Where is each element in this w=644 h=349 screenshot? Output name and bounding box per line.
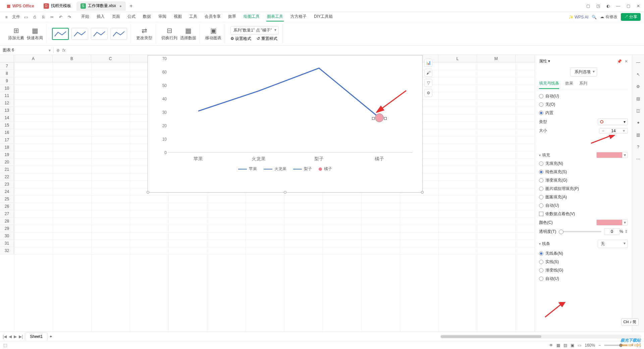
chart-settings-icon[interactable]: ⚙: [424, 89, 432, 97]
row-header[interactable]: 14: [0, 114, 14, 121]
search-icon[interactable]: 🔍: [592, 15, 597, 19]
library-icon[interactable]: ▥: [635, 132, 642, 138]
cloud-modify[interactable]: ☁ 有修改: [600, 14, 617, 20]
line-style-dropdown[interactable]: 无: [598, 240, 628, 248]
row-header[interactable]: 24: [0, 188, 14, 195]
window-float-icon[interactable]: ▢: [585, 3, 591, 9]
more-icon[interactable]: ⋯: [635, 156, 642, 162]
col-header[interactable]: L: [438, 55, 477, 62]
settings-rail-icon[interactable]: ⚙: [635, 83, 642, 90]
name-box[interactable]: 图表 6: [0, 47, 54, 53]
fill-color-dropdown[interactable]: ▾: [596, 219, 628, 226]
row-header[interactable]: 30: [0, 232, 14, 240]
tab-formula[interactable]: 公式: [127, 12, 136, 21]
reset-style-button[interactable]: ↺ 重置样式: [257, 36, 277, 42]
cut-icon[interactable]: ✂: [49, 15, 55, 19]
cancel-formula-icon[interactable]: ⊗: [56, 48, 60, 53]
radio-line-gradient[interactable]: 渐变线(G): [539, 267, 628, 273]
row-header[interactable]: 10: [0, 85, 14, 92]
row-header[interactable]: 20: [0, 158, 14, 166]
tab-drawing-tools[interactable]: 绘图工具: [243, 12, 260, 21]
fill-swatch-dropdown[interactable]: ▾: [596, 152, 628, 158]
radio-fill-pattern[interactable]: 图案填充(A): [539, 194, 628, 200]
sheet-nav-last[interactable]: ▶|: [19, 334, 23, 339]
collapse-rail-icon[interactable]: —: [635, 59, 642, 66]
row-header[interactable]: 31: [0, 240, 14, 247]
check-vary-by-point[interactable]: 依数据点着色(V): [539, 211, 628, 217]
close-icon[interactable]: ✕: [635, 3, 641, 9]
fill-section-title[interactable]: 填充 ▾: [539, 152, 628, 158]
chart-elements-icon[interactable]: 📊: [424, 59, 432, 67]
set-format-button[interactable]: ⚙ 设置格式: [230, 36, 251, 42]
view-pagebreak-icon[interactable]: ▤: [564, 343, 567, 348]
change-type-button[interactable]: ⇄更改类型: [136, 27, 152, 41]
opacity-stepper[interactable]: ⇕: [625, 229, 628, 234]
selected-data-point[interactable]: [375, 113, 384, 122]
view-normal-icon[interactable]: ▦: [556, 343, 560, 348]
sheet-nav-first[interactable]: |◀: [3, 334, 7, 339]
hamburger-icon[interactable]: ≡: [3, 15, 9, 19]
marker-size-input[interactable]: [607, 129, 620, 133]
add-element-button[interactable]: ⊞添加元素: [8, 27, 24, 41]
tab-series[interactable]: 系列: [579, 81, 587, 89]
add-sheet-button[interactable]: +: [50, 334, 52, 339]
tab-review[interactable]: 审阅: [158, 12, 167, 21]
row-header[interactable]: 18: [0, 144, 14, 151]
radio-marker-none[interactable]: 无(O): [539, 102, 628, 107]
view-layout-icon[interactable]: ▣: [571, 343, 574, 348]
print-preview-icon[interactable]: ⎘: [40, 15, 46, 19]
pin-icon[interactable]: 📌: [617, 59, 622, 64]
row-header[interactable]: 23: [0, 181, 14, 188]
radio-fill-gradient[interactable]: 渐变填充(G): [539, 178, 628, 183]
help-icon[interactable]: ?: [635, 144, 642, 150]
tab-page[interactable]: 页面: [111, 12, 121, 21]
save-icon[interactable]: ▭: [23, 15, 29, 19]
fx-icon[interactable]: fx: [62, 48, 65, 53]
row-header[interactable]: 19: [0, 151, 14, 158]
legend-item[interactable]: 火龙果: [264, 166, 286, 172]
series-options-dropdown[interactable]: 系列选项: [570, 67, 597, 77]
col-header[interactable]: C: [91, 55, 130, 62]
radio-fill-picture[interactable]: 图片或纹理填充(P): [539, 186, 628, 192]
chart-style-thumb-2[interactable]: [71, 28, 88, 40]
row-header[interactable]: 16: [0, 129, 14, 136]
radio-marker-auto[interactable]: 自动(U): [539, 93, 628, 99]
tab-insert[interactable]: 插入: [96, 12, 105, 21]
tab-vip[interactable]: 会员专享: [204, 12, 221, 21]
style-icon[interactable]: ◫: [635, 107, 642, 114]
row-header[interactable]: 21: [0, 166, 14, 173]
row-header[interactable]: 8: [0, 70, 14, 77]
row-header[interactable]: 27: [0, 210, 14, 217]
tab-effects[interactable]: 效果: [565, 81, 573, 89]
chart-style-thumb-3[interactable]: [91, 28, 108, 40]
marker-type-dropdown[interactable]: ▾: [598, 118, 628, 125]
radio-marker-builtin[interactable]: 内置: [539, 110, 628, 116]
radio-fill-auto[interactable]: 自动(U): [539, 203, 628, 208]
chart-object[interactable]: 📊 🖌 ▽ ⚙ 010203040506070苹果火龙果梨子橘子 苹果 火龙果 …: [148, 55, 423, 193]
row-header[interactable]: 17: [0, 136, 14, 144]
radio-line-none[interactable]: 无线条(N): [539, 251, 628, 256]
layers-icon[interactable]: ▤: [635, 95, 642, 102]
quick-layout-button[interactable]: ▦快速布局: [27, 27, 43, 41]
view-eye-icon[interactable]: 👁: [549, 343, 553, 348]
switch-rowcol-button[interactable]: ⊟切换行列: [161, 27, 177, 41]
tab-home[interactable]: 开始: [80, 12, 90, 21]
view-reading-icon[interactable]: ▭: [578, 343, 581, 348]
legend-item[interactable]: 梨子: [293, 166, 312, 172]
select-icon[interactable]: ↖: [635, 71, 642, 78]
move-chart-button[interactable]: ▣移动图表: [205, 27, 221, 41]
app-tab[interactable]: ▦ WPS Office: [3, 1, 38, 11]
tab-view[interactable]: 视图: [173, 12, 182, 21]
chart-styles-icon[interactable]: 🖌: [424, 69, 432, 77]
doc-tab-workbook[interactable]: S 工作簿数量.xlsx ●: [76, 1, 126, 11]
wps-ai-button[interactable]: ✨ WPS AI: [569, 15, 589, 19]
chart-style-thumb-1[interactable]: [52, 28, 69, 40]
avatar-icon[interactable]: ◐: [605, 3, 611, 9]
chart-filter-icon[interactable]: ▽: [424, 79, 432, 87]
radio-line-solid[interactable]: 实线(S): [539, 259, 628, 265]
close-panel-icon[interactable]: ✕: [625, 59, 628, 64]
file-menu[interactable]: 文件: [12, 14, 20, 20]
sheet-area[interactable]: A B C D E F G H I J K L M 78910111213141…: [0, 55, 535, 332]
select-all-corner[interactable]: [0, 55, 14, 62]
sheet-nav-prev[interactable]: ◀: [9, 334, 12, 339]
